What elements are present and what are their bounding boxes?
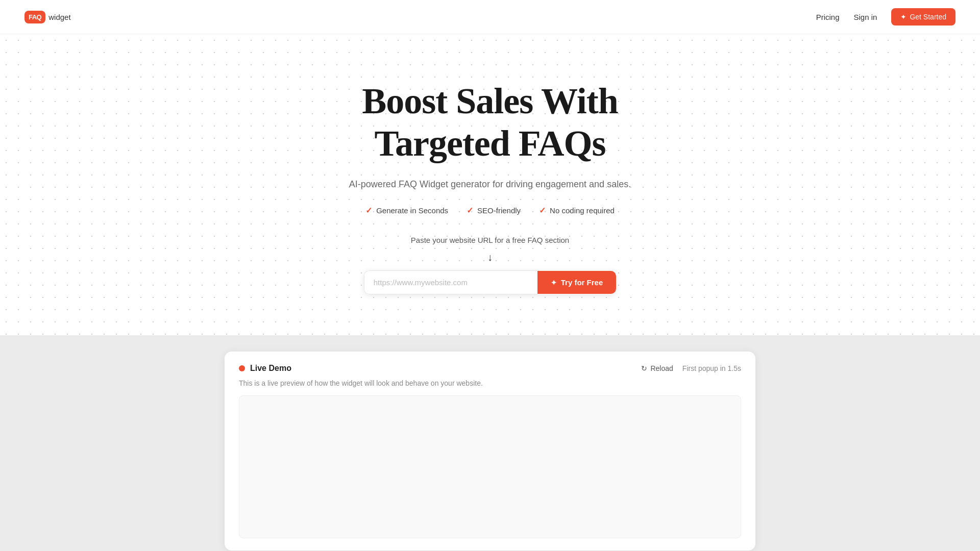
demo-content-area bbox=[239, 395, 741, 538]
live-dot-icon bbox=[239, 365, 245, 371]
hero-section: Boost Sales With Targeted FAQs AI-powere… bbox=[0, 34, 980, 335]
reload-button[interactable]: ↻ Reload bbox=[641, 364, 673, 372]
url-input[interactable] bbox=[364, 270, 537, 294]
check-icon-2: ✓ bbox=[467, 206, 473, 215]
hero-title-line2: Targeted FAQs bbox=[375, 123, 606, 164]
try-free-button[interactable]: ✦ Try for Free bbox=[537, 271, 617, 294]
demo-actions: ↻ Reload First popup in 1.5s bbox=[641, 364, 741, 372]
sparkle-icon: ✦ bbox=[900, 13, 906, 21]
url-section: Paste your website URL for a free FAQ se… bbox=[364, 236, 617, 294]
popup-timer: First popup in 1.5s bbox=[682, 364, 741, 372]
nav-pricing[interactable]: Pricing bbox=[816, 13, 840, 21]
get-started-button[interactable]: ✦ Get Started bbox=[891, 8, 955, 26]
reload-icon: ↻ bbox=[641, 364, 647, 372]
feature-label-2: SEO-friendly bbox=[477, 206, 521, 215]
hero-title-line1: Boost Sales With bbox=[362, 81, 618, 121]
feature-badge-3: ✓ No coding required bbox=[539, 206, 615, 215]
logo-icon: FAQ bbox=[24, 11, 45, 23]
hero-subtitle: AI-powered FAQ Widget generator for driv… bbox=[349, 177, 631, 192]
nav-right: Pricing Sign in ✦ Get Started bbox=[816, 8, 955, 26]
hero-title: Boost Sales With Targeted FAQs bbox=[362, 80, 618, 165]
feature-label-1: Generate in Seconds bbox=[376, 206, 448, 215]
reload-label: Reload bbox=[650, 364, 673, 372]
get-started-label: Get Started bbox=[910, 13, 946, 21]
try-free-sparkle-icon: ✦ bbox=[551, 279, 557, 287]
feature-badges: ✓ Generate in Seconds ✓ SEO-friendly ✓ N… bbox=[365, 206, 615, 215]
check-icon-1: ✓ bbox=[365, 206, 372, 215]
url-input-row: ✦ Try for Free bbox=[364, 270, 617, 294]
hero-content: Boost Sales With Targeted FAQs AI-powere… bbox=[0, 34, 980, 335]
demo-card: Live Demo ↻ Reload First popup in 1.5s T… bbox=[225, 352, 755, 550]
nav-signin[interactable]: Sign in bbox=[854, 13, 877, 21]
navbar: FAQ widget Pricing Sign in ✦ Get Started bbox=[0, 0, 980, 34]
feature-badge-2: ✓ SEO-friendly bbox=[467, 206, 521, 215]
demo-title: Live Demo bbox=[250, 364, 291, 373]
try-free-label: Try for Free bbox=[561, 278, 603, 287]
url-hint: Paste your website URL for a free FAQ se… bbox=[411, 236, 569, 244]
demo-header: Live Demo ↻ Reload First popup in 1.5s bbox=[239, 364, 741, 373]
logo-text: widget bbox=[48, 13, 70, 21]
arrow-down-icon: ↓ bbox=[487, 252, 493, 263]
logo[interactable]: FAQ widget bbox=[24, 11, 71, 23]
demo-description: This is a live preview of how the widget… bbox=[239, 379, 741, 387]
feature-label-3: No coding required bbox=[550, 206, 615, 215]
demo-title-row: Live Demo bbox=[239, 364, 291, 373]
check-icon-3: ✓ bbox=[539, 206, 546, 215]
feature-badge-1: ✓ Generate in Seconds bbox=[365, 206, 448, 215]
demo-section: Live Demo ↻ Reload First popup in 1.5s T… bbox=[0, 335, 980, 551]
